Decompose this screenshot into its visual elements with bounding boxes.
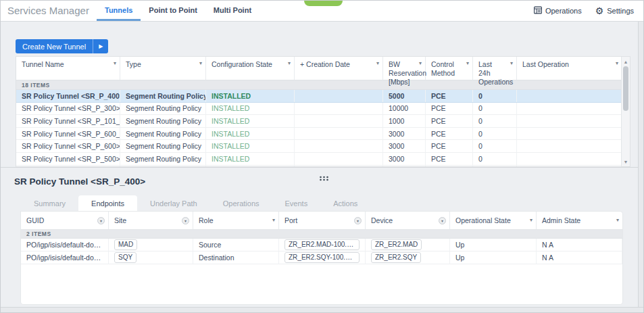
chevron-down-icon: ▾ xyxy=(272,217,275,223)
device-chip: ZR_ER2.SQY xyxy=(371,252,421,263)
tab-summary[interactable]: Summary xyxy=(21,195,78,212)
control-method-cell: PCE xyxy=(426,90,473,102)
tunnel-name-cell: SR Policy Tunnel <SR_P_500> xyxy=(16,153,120,165)
last-24h-cell: 0 xyxy=(473,103,517,115)
col-header-admin-state[interactable]: Admin State▾ xyxy=(537,212,622,229)
creation-date-cell xyxy=(295,115,383,127)
scroll-up-icon[interactable]: ▲ xyxy=(622,57,630,66)
create-new-tunnel-button[interactable]: Create New Tunnel ▶ xyxy=(16,39,108,53)
settings-button[interactable]: ⚙ Settings xyxy=(595,6,634,16)
filter-icon[interactable]: ▾ xyxy=(97,217,105,224)
control-method-cell: PCE xyxy=(426,115,473,127)
control-method-cell: PCE xyxy=(426,103,473,115)
chevron-down-icon: ▾ xyxy=(288,60,291,67)
operational-state-cell: Up xyxy=(450,251,537,264)
items-count-row: 2 ITEMS xyxy=(21,230,622,239)
tab-multi-point[interactable]: Multi Point xyxy=(205,1,259,21)
col-header-operational-state[interactable]: Operational State▾ xyxy=(450,212,537,229)
filter-icon[interactable]: ▾ xyxy=(439,217,446,224)
filter-icon[interactable]: ▾ xyxy=(182,217,189,224)
type-cell: Segment Routing Policy xyxy=(120,115,206,127)
col-header-creation-date[interactable]: + Creation Date▾ xyxy=(295,57,383,80)
operations-button[interactable]: Operations xyxy=(534,6,582,16)
chevron-down-icon: ▾ xyxy=(530,217,532,223)
page-title: Services Manager xyxy=(7,1,97,21)
tab-operations[interactable]: Operations xyxy=(210,195,272,212)
tunnel-name-cell: SR Policy Tunnel <SR_P_600> xyxy=(16,140,120,152)
col-header-bw-reservation[interactable]: BW Reservation [Mbps]▾ xyxy=(383,57,426,80)
endpoint-row[interactable]: PO/igp/isis/default-domain/ZR... MAD Sou… xyxy=(21,239,622,251)
tab-actions[interactable]: Actions xyxy=(320,195,370,212)
tab-point-to-point[interactable]: Point to Point xyxy=(141,1,205,21)
type-cell: Segment Routing Policy xyxy=(120,128,206,140)
creation-date-cell xyxy=(295,153,383,165)
create-new-tunnel-label: Create New Tunnel xyxy=(16,39,93,53)
window-right-scrollbar[interactable] xyxy=(638,22,643,308)
tunnels-table-header: Tunnel Name▾ Type▾ Configuration State▾ … xyxy=(16,57,622,80)
creation-date-cell xyxy=(295,140,383,152)
scrollbar-thumb[interactable] xyxy=(623,66,628,111)
scroll-down-icon[interactable]: ▼ xyxy=(622,158,630,166)
tab-multi-point-label: Multi Point xyxy=(214,6,251,14)
port-chip: ZR_ER2.SQY-100.0.0.157 (route... xyxy=(284,252,360,263)
tab-point-to-point-label: Point to Point xyxy=(149,6,197,14)
chevron-down-icon: ▾ xyxy=(199,60,202,67)
filter-icon[interactable]: ▾ xyxy=(354,217,362,224)
control-method-cell: PCE xyxy=(426,140,473,152)
table-scrollbar[interactable]: ▲ ▼ xyxy=(621,57,630,166)
device-chip: ZR_ER2.MAD xyxy=(371,239,422,250)
tunnel-name-cell: SR Policy Tunnel <SR_P_101_reverse> xyxy=(16,115,120,127)
col-header-configuration-state[interactable]: Configuration State▾ xyxy=(206,57,295,80)
window-bottom-scrollbar[interactable] xyxy=(1,307,644,312)
col-header-tunnel-name[interactable]: Tunnel Name▾ xyxy=(16,57,120,80)
settings-label: Settings xyxy=(607,7,634,15)
last-24h-cell: 0 xyxy=(473,90,517,102)
tab-tunnels-label: Tunnels xyxy=(105,6,132,14)
device-cell: ZR_ER2.SQY xyxy=(366,251,450,264)
endpoints-table-header: GUID▾ Site▾ Role▾ Port▾ Device▾ Operatio… xyxy=(21,212,622,230)
table-row[interactable]: SR Policy Tunnel <SR_P_300> Segment Rout… xyxy=(16,103,622,116)
detail-tabs: Summary Endpoints Underlay Path Operatio… xyxy=(21,195,370,212)
col-header-device[interactable]: Device▾ xyxy=(366,212,450,229)
table-row[interactable]: SR Policy Tunnel <SR_P_101_reverse> Segm… xyxy=(16,115,622,128)
last-operation-cell xyxy=(517,128,622,140)
device-cell: ZR_ER2.MAD xyxy=(366,239,450,251)
chevron-down-icon: ▾ xyxy=(114,60,116,67)
tab-underlay-path[interactable]: Underlay Path xyxy=(137,195,210,212)
create-tunnel-dropdown-arrow-icon[interactable]: ▶ xyxy=(93,39,108,53)
tunnel-name-cell: SR Policy Tunnel <SR_P_600_reverse> xyxy=(16,128,120,140)
control-method-cell: PCE xyxy=(426,128,473,140)
operations-icon xyxy=(534,6,542,16)
col-header-control-method[interactable]: Control Method▾ xyxy=(426,57,473,80)
col-header-type[interactable]: Type▾ xyxy=(120,57,206,80)
bw-cell: 5000 xyxy=(383,90,426,102)
table-row[interactable]: SR Policy Tunnel <SR_P_500> Segment Rout… xyxy=(16,153,622,166)
col-header-port[interactable]: Port▾ xyxy=(279,212,366,229)
config-state-cell: INSTALLED xyxy=(206,140,295,152)
panel-resize-handle-icon[interactable] xyxy=(319,172,330,184)
tab-tunnels[interactable]: Tunnels xyxy=(97,1,141,21)
type-cell: Segment Routing Policy xyxy=(120,153,206,165)
detail-title: SR Policy Tunnel <SR_P_400> xyxy=(14,176,145,187)
tunnels-table: Tunnel Name▾ Type▾ Configuration State▾ … xyxy=(16,56,630,167)
port-chip: ZR_ER2.MAD-100.0.0.127 (route... xyxy=(284,239,360,250)
port-cell: ZR_ER2.SQY-100.0.0.157 (route... xyxy=(279,251,366,264)
table-row-selected[interactable]: SR Policy Tunnel <SR_P_400> Segment Rout… xyxy=(16,90,622,103)
table-row[interactable]: SR Policy Tunnel <SR_P_600_reverse> Segm… xyxy=(16,128,622,141)
col-header-last-operation[interactable]: Last Operation▾ xyxy=(517,57,622,80)
col-header-role[interactable]: Role▾ xyxy=(193,212,279,229)
tab-events[interactable]: Events xyxy=(272,195,321,212)
tab-endpoints[interactable]: Endpoints xyxy=(78,195,137,212)
endpoint-row[interactable]: PO/igp/isis/default-domain/ZR... SQY Des… xyxy=(21,251,622,264)
config-state-cell: INSTALLED xyxy=(206,153,295,165)
bw-cell: 1000 xyxy=(383,115,426,127)
chevron-down-icon: ▾ xyxy=(466,60,469,67)
tunnel-detail-panel: SR Policy Tunnel <SR_P_400> Summary Endp… xyxy=(1,167,639,308)
table-row[interactable]: SR Policy Tunnel <SR_P_600> Segment Rout… xyxy=(16,140,622,153)
last-operation-cell xyxy=(517,140,622,152)
col-header-last-24h-operations[interactable]: Last 24h Operations▾ xyxy=(473,57,517,80)
last-24h-cell: 0 xyxy=(473,140,517,152)
col-header-site[interactable]: Site▾ xyxy=(109,212,193,229)
col-header-guid[interactable]: GUID▾ xyxy=(21,212,109,229)
type-cell: Segment Routing Policy xyxy=(120,103,206,115)
